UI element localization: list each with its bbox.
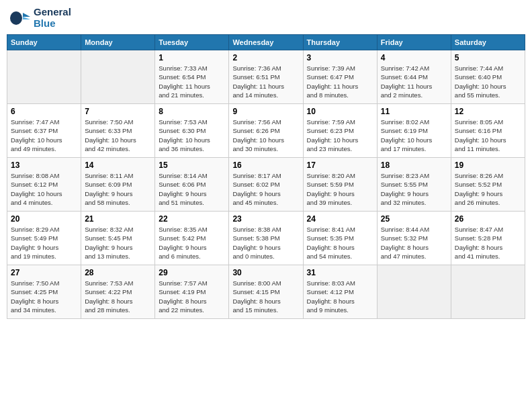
day-number: 16 xyxy=(232,161,299,170)
logo-bird-icon xyxy=(9,7,31,29)
calendar-cell: 24Sunrise: 8:41 AM Sunset: 5:35 PM Dayli… xyxy=(303,212,377,265)
day-number: 10 xyxy=(307,107,373,116)
calendar-cell: 20Sunrise: 8:29 AM Sunset: 5:49 PM Dayli… xyxy=(7,212,81,265)
day-info: Sunrise: 8:41 AM Sunset: 5:35 PM Dayligh… xyxy=(307,225,373,261)
day-number: 29 xyxy=(159,268,225,277)
calendar-table: SundayMondayTuesdayWednesdayThursdayFrid… xyxy=(7,34,525,319)
day-info: Sunrise: 7:53 AM Sunset: 6:30 PM Dayligh… xyxy=(159,118,225,153)
calendar-week-1: 1Sunrise: 7:33 AM Sunset: 6:54 PM Daylig… xyxy=(7,50,525,104)
day-info: Sunrise: 8:14 AM Sunset: 6:06 PM Dayligh… xyxy=(159,171,225,207)
calendar-cell: 19Sunrise: 8:26 AM Sunset: 5:52 PM Dayli… xyxy=(451,158,525,212)
day-number: 13 xyxy=(11,161,77,170)
weekday-header-wednesday: Wednesday xyxy=(229,35,303,50)
day-info: Sunrise: 8:47 AM Sunset: 5:28 PM Dayligh… xyxy=(455,225,521,261)
day-info: Sunrise: 7:42 AM Sunset: 6:44 PM Dayligh… xyxy=(381,64,447,99)
calendar-cell: 25Sunrise: 8:44 AM Sunset: 5:32 PM Dayli… xyxy=(377,212,451,265)
day-info: Sunrise: 7:56 AM Sunset: 6:26 PM Dayligh… xyxy=(232,118,299,153)
day-number: 12 xyxy=(455,107,521,116)
svg-point-0 xyxy=(10,11,22,25)
weekday-header-tuesday: Tuesday xyxy=(155,35,229,50)
logo-general: General xyxy=(34,7,71,18)
calendar-cell: 29Sunrise: 7:57 AM Sunset: 4:19 PM Dayli… xyxy=(155,265,229,319)
day-number: 27 xyxy=(11,268,77,277)
calendar-cell: 21Sunrise: 8:32 AM Sunset: 5:45 PM Dayli… xyxy=(81,212,155,265)
calendar-cell: 18Sunrise: 8:23 AM Sunset: 5:55 PM Dayli… xyxy=(377,158,451,212)
calendar-cell: 15Sunrise: 8:14 AM Sunset: 6:06 PM Dayli… xyxy=(155,158,229,212)
calendar-cell: 10Sunrise: 7:59 AM Sunset: 6:23 PM Dayli… xyxy=(303,104,377,158)
calendar-cell: 7Sunrise: 7:50 AM Sunset: 6:33 PM Daylig… xyxy=(81,104,155,158)
calendar-cell: 11Sunrise: 8:02 AM Sunset: 6:19 PM Dayli… xyxy=(377,104,451,158)
day-number: 4 xyxy=(381,53,447,62)
logo: General Blue xyxy=(9,7,71,29)
page-header: General Blue xyxy=(7,7,525,29)
day-number: 17 xyxy=(307,161,373,170)
day-info: Sunrise: 7:50 AM Sunset: 4:25 PM Dayligh… xyxy=(11,279,77,314)
day-info: Sunrise: 8:38 AM Sunset: 5:38 PM Dayligh… xyxy=(232,225,299,261)
calendar-cell: 23Sunrise: 8:38 AM Sunset: 5:38 PM Dayli… xyxy=(229,212,303,265)
day-number: 25 xyxy=(381,214,447,224)
day-info: Sunrise: 8:05 AM Sunset: 6:16 PM Dayligh… xyxy=(455,118,521,153)
calendar-cell xyxy=(451,265,525,319)
calendar-cell: 1Sunrise: 7:33 AM Sunset: 6:54 PM Daylig… xyxy=(155,50,229,104)
weekday-header-sunday: Sunday xyxy=(7,35,81,50)
day-number: 31 xyxy=(307,268,373,277)
day-info: Sunrise: 8:32 AM Sunset: 5:45 PM Dayligh… xyxy=(85,225,151,261)
calendar-cell: 12Sunrise: 8:05 AM Sunset: 6:16 PM Dayli… xyxy=(451,104,525,158)
day-number: 8 xyxy=(159,107,225,116)
day-number: 21 xyxy=(85,214,151,224)
day-info: Sunrise: 8:29 AM Sunset: 5:49 PM Dayligh… xyxy=(11,225,77,261)
calendar-cell: 26Sunrise: 8:47 AM Sunset: 5:28 PM Dayli… xyxy=(451,212,525,265)
weekday-header-friday: Friday xyxy=(377,35,451,50)
day-info: Sunrise: 8:11 AM Sunset: 6:09 PM Dayligh… xyxy=(85,171,151,207)
day-number: 7 xyxy=(85,107,151,116)
day-info: Sunrise: 8:44 AM Sunset: 5:32 PM Dayligh… xyxy=(381,225,447,261)
calendar-cell: 14Sunrise: 8:11 AM Sunset: 6:09 PM Dayli… xyxy=(81,158,155,212)
day-number: 2 xyxy=(232,53,299,62)
day-number: 23 xyxy=(232,214,299,224)
calendar-cell: 8Sunrise: 7:53 AM Sunset: 6:30 PM Daylig… xyxy=(155,104,229,158)
calendar-cell: 16Sunrise: 8:17 AM Sunset: 6:02 PM Dayli… xyxy=(229,158,303,212)
day-info: Sunrise: 7:57 AM Sunset: 4:19 PM Dayligh… xyxy=(159,279,225,314)
day-info: Sunrise: 7:47 AM Sunset: 6:37 PM Dayligh… xyxy=(11,118,77,153)
day-number: 5 xyxy=(455,53,521,62)
calendar-cell xyxy=(377,265,451,319)
calendar-cell: 22Sunrise: 8:35 AM Sunset: 5:42 PM Dayli… xyxy=(155,212,229,265)
svg-marker-2 xyxy=(23,17,30,19)
day-number: 15 xyxy=(159,161,225,170)
calendar-cell: 4Sunrise: 7:42 AM Sunset: 6:44 PM Daylig… xyxy=(377,50,451,104)
day-number: 14 xyxy=(85,161,151,170)
calendar-week-3: 13Sunrise: 8:08 AM Sunset: 6:12 PM Dayli… xyxy=(7,158,525,212)
day-info: Sunrise: 8:03 AM Sunset: 4:12 PM Dayligh… xyxy=(307,279,373,314)
calendar-cell: 17Sunrise: 8:20 AM Sunset: 5:59 PM Dayli… xyxy=(303,158,377,212)
calendar-cell: 2Sunrise: 7:36 AM Sunset: 6:51 PM Daylig… xyxy=(229,50,303,104)
day-info: Sunrise: 7:36 AM Sunset: 6:51 PM Dayligh… xyxy=(232,64,299,99)
day-info: Sunrise: 8:02 AM Sunset: 6:19 PM Dayligh… xyxy=(381,118,447,153)
calendar-cell xyxy=(7,50,81,104)
day-number: 28 xyxy=(85,268,151,277)
day-number: 9 xyxy=(232,107,299,116)
calendar-cell: 28Sunrise: 7:53 AM Sunset: 4:22 PM Dayli… xyxy=(81,265,155,319)
day-number: 18 xyxy=(381,161,447,170)
day-info: Sunrise: 7:59 AM Sunset: 6:23 PM Dayligh… xyxy=(307,118,373,153)
calendar-week-4: 20Sunrise: 8:29 AM Sunset: 5:49 PM Dayli… xyxy=(7,212,525,265)
day-info: Sunrise: 7:39 AM Sunset: 6:47 PM Dayligh… xyxy=(307,64,373,99)
day-info: Sunrise: 8:26 AM Sunset: 5:52 PM Dayligh… xyxy=(455,171,521,207)
weekday-header-monday: Monday xyxy=(81,35,155,50)
day-info: Sunrise: 7:53 AM Sunset: 4:22 PM Dayligh… xyxy=(85,279,151,314)
day-info: Sunrise: 8:08 AM Sunset: 6:12 PM Dayligh… xyxy=(11,171,77,207)
day-number: 30 xyxy=(232,268,299,277)
weekday-header-row: SundayMondayTuesdayWednesdayThursdayFrid… xyxy=(7,35,525,50)
day-number: 19 xyxy=(455,161,521,170)
calendar-cell: 27Sunrise: 7:50 AM Sunset: 4:25 PM Dayli… xyxy=(7,265,81,319)
svg-marker-1 xyxy=(23,13,30,17)
calendar-cell: 31Sunrise: 8:03 AM Sunset: 4:12 PM Dayli… xyxy=(303,265,377,319)
weekday-header-saturday: Saturday xyxy=(451,35,525,50)
day-number: 3 xyxy=(307,53,373,62)
day-info: Sunrise: 8:17 AM Sunset: 6:02 PM Dayligh… xyxy=(232,171,299,207)
calendar-cell: 30Sunrise: 8:00 AM Sunset: 4:15 PM Dayli… xyxy=(229,265,303,319)
day-number: 26 xyxy=(455,214,521,224)
logo-blue: Blue xyxy=(34,18,71,30)
day-number: 22 xyxy=(159,214,225,224)
day-number: 24 xyxy=(307,214,373,224)
day-number: 20 xyxy=(11,214,77,224)
